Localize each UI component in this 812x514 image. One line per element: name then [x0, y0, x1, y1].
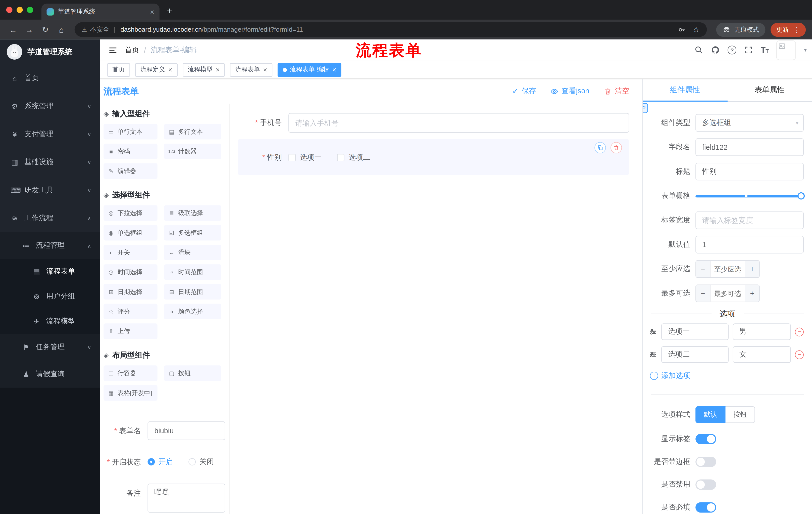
- view-json-button[interactable]: 查看json: [551, 86, 589, 96]
- component-type-select[interactable]: 多选框组 ▾: [695, 114, 804, 132]
- tag-process-definition[interactable]: 流程定义 ×: [135, 63, 177, 77]
- checkbox-option-1[interactable]: 选项一: [288, 153, 322, 162]
- copy-field-button[interactable]: [594, 142, 606, 154]
- required-toggle[interactable]: [695, 502, 716, 513]
- palette-item-password[interactable]: ▣密码: [104, 143, 157, 159]
- checkbox-icon[interactable]: [288, 154, 296, 161]
- link-icon[interactable]: [642, 103, 648, 113]
- sidebar-item-task-management[interactable]: ⚑ 任务管理 ∨: [0, 334, 100, 360]
- form-remark-textarea[interactable]: 嘿嘿: [147, 484, 225, 513]
- field-name-input[interactable]: [695, 138, 804, 156]
- palette-item-cascader[interactable]: ≣级联选择: [164, 205, 221, 221]
- palette-item-dropdown-select[interactable]: ◎下拉选择: [104, 205, 157, 221]
- palette-item-row-container[interactable]: ◫行容器: [104, 366, 157, 381]
- tab-component-props[interactable]: 组件属性: [643, 79, 727, 101]
- max-select-input[interactable]: [710, 285, 745, 302]
- remove-option-button[interactable]: −: [795, 327, 804, 336]
- forward-button[interactable]: →: [22, 25, 36, 34]
- tag-process-model[interactable]: 流程模型 ×: [183, 63, 225, 77]
- delete-field-button[interactable]: [610, 142, 622, 154]
- update-button[interactable]: 更新 ⋮: [771, 23, 806, 37]
- palette-item-time-picker[interactable]: ◷时间选择: [104, 264, 157, 280]
- option-1-label-input[interactable]: [661, 323, 728, 340]
- minimize-window-button[interactable]: [17, 7, 23, 13]
- close-window-button[interactable]: [6, 7, 12, 13]
- title-input[interactable]: [695, 163, 804, 180]
- fullscreen-icon[interactable]: [744, 46, 753, 54]
- palette-item-checkbox-group[interactable]: ☑多选框组: [164, 225, 221, 241]
- stepper-plus-button[interactable]: +: [745, 285, 759, 302]
- palette-item-counter[interactable]: 123计数器: [164, 143, 221, 159]
- palette-item-multi-line-text[interactable]: ▤多行文本: [164, 124, 221, 140]
- palette-item-time-range[interactable]: ◔时间范围: [164, 264, 221, 280]
- palette-item-table[interactable]: ▦表格[开发中]: [104, 385, 157, 401]
- checkbox-icon[interactable]: [337, 154, 344, 161]
- avatar-caret-icon[interactable]: ▾: [804, 47, 807, 54]
- style-default-button[interactable]: 默认: [695, 406, 726, 423]
- help-icon[interactable]: ?: [728, 46, 736, 54]
- home-button[interactable]: ⌂: [54, 25, 68, 34]
- palette-item-rate[interactable]: ☆评分: [104, 304, 157, 319]
- palette-item-date-range[interactable]: ⊟日期范围: [164, 284, 221, 300]
- form-grid-slider[interactable]: [695, 187, 804, 205]
- sidebar-item-leave-query[interactable]: ♟ 请假查询: [0, 361, 100, 388]
- disabled-toggle[interactable]: [695, 480, 716, 490]
- tab-form-props[interactable]: 表单属性: [727, 79, 812, 101]
- tag-home[interactable]: 首页: [107, 63, 130, 77]
- style-button-button[interactable]: 按钮: [726, 406, 755, 423]
- search-icon[interactable]: [694, 46, 703, 54]
- stepper-minus-button[interactable]: −: [696, 285, 710, 302]
- clear-button[interactable]: 清空: [604, 86, 629, 96]
- sidebar-item-workflow[interactable]: ≋ 工作流程 ∧: [0, 204, 100, 232]
- github-icon[interactable]: [711, 46, 720, 54]
- breadcrumb-home[interactable]: 首页: [125, 45, 140, 55]
- palette-item-slider[interactable]: ↔滑块: [164, 245, 221, 260]
- default-value-input[interactable]: [695, 236, 804, 253]
- radio-status-on[interactable]: 开启: [147, 457, 173, 466]
- browser-menu-icon[interactable]: ⋮: [793, 26, 800, 33]
- option-2-label-input[interactable]: [661, 346, 728, 363]
- palette-item-color-picker[interactable]: ◑颜色选择: [164, 304, 221, 319]
- reload-button[interactable]: ↻: [38, 25, 53, 34]
- tag-process-form[interactable]: 流程表单 ×: [230, 63, 272, 77]
- tab-close-icon[interactable]: ×: [150, 7, 154, 16]
- maximize-window-button[interactable]: [27, 7, 33, 13]
- slider-handle[interactable]: [798, 192, 805, 200]
- sidebar-item-user-group[interactable]: ⊚ 用户分组: [0, 284, 100, 309]
- tag-close-icon[interactable]: ×: [216, 66, 220, 73]
- option-2-value-input[interactable]: [733, 346, 791, 363]
- label-width-input[interactable]: [695, 212, 804, 229]
- avatar[interactable]: [777, 40, 796, 60]
- font-size-icon[interactable]: TT: [761, 46, 768, 54]
- tag-close-icon[interactable]: ×: [263, 66, 267, 73]
- phone-input[interactable]: [288, 113, 629, 133]
- sidebar-item-system-management[interactable]: ⚙ 系统管理 ∨: [0, 92, 100, 120]
- address-bar[interactable]: ⚠ 不安全 | dashboard.yudao.iocoder.cn /bpm/…: [75, 22, 707, 37]
- stepper-minus-button[interactable]: −: [696, 261, 710, 277]
- radio-status-off[interactable]: 关闭: [188, 457, 214, 466]
- back-button[interactable]: ←: [6, 25, 20, 34]
- min-select-input[interactable]: [710, 261, 745, 277]
- sidebar-item-infrastructure[interactable]: ▥ 基础设施 ∨: [0, 148, 100, 176]
- palette-item-date-picker[interactable]: ⊞日期选择: [104, 284, 157, 300]
- sidebar-item-process-form[interactable]: ▤ 流程表单: [0, 259, 100, 284]
- option-1-value-input[interactable]: [733, 323, 791, 340]
- form-name-input[interactable]: [147, 422, 225, 440]
- save-button[interactable]: ✓ 保存: [512, 86, 536, 96]
- bookmark-star-icon[interactable]: ☆: [693, 25, 700, 34]
- new-tab-button[interactable]: +: [167, 5, 173, 17]
- sidebar-item-process-model[interactable]: ✈ 流程模型: [0, 309, 100, 334]
- sidebar-item-process-management[interactable]: ≔ 流程管理 ∧: [0, 232, 100, 259]
- sidebar-item-dev-tools[interactable]: ⌨ 研发工具 ∨: [0, 176, 100, 204]
- show-label-toggle[interactable]: [695, 434, 716, 444]
- palette-item-editor[interactable]: ✎编辑器: [104, 163, 157, 179]
- palette-item-radio-group[interactable]: ◉单选框组: [104, 225, 157, 241]
- stepper-plus-button[interactable]: +: [745, 261, 759, 277]
- canvas-field-phone[interactable]: 手机号: [238, 113, 629, 133]
- palette-item-button[interactable]: ▢按钮: [164, 366, 221, 381]
- palette-item-switch[interactable]: ◐开关: [104, 245, 157, 260]
- slider-track[interactable]: [695, 195, 804, 197]
- key-icon[interactable]: [677, 26, 685, 33]
- hamburger-menu-icon[interactable]: [108, 45, 118, 55]
- tag-process-form-edit[interactable]: 流程表单-编辑 ×: [278, 63, 342, 77]
